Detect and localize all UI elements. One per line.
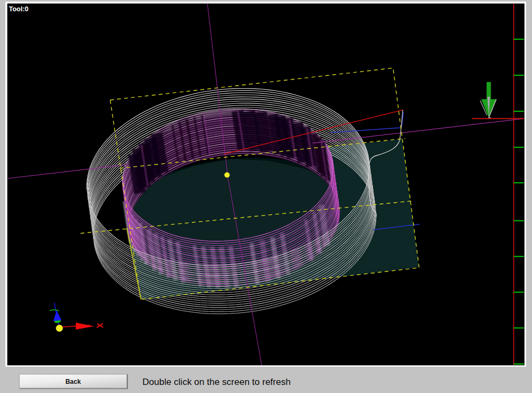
- svg-text:Back: Back: [66, 378, 81, 385]
- svg-text:Double click on the screen to: Double click on the screen to refresh: [142, 377, 291, 387]
- svg-text:Tool:0: Tool:0: [9, 5, 29, 13]
